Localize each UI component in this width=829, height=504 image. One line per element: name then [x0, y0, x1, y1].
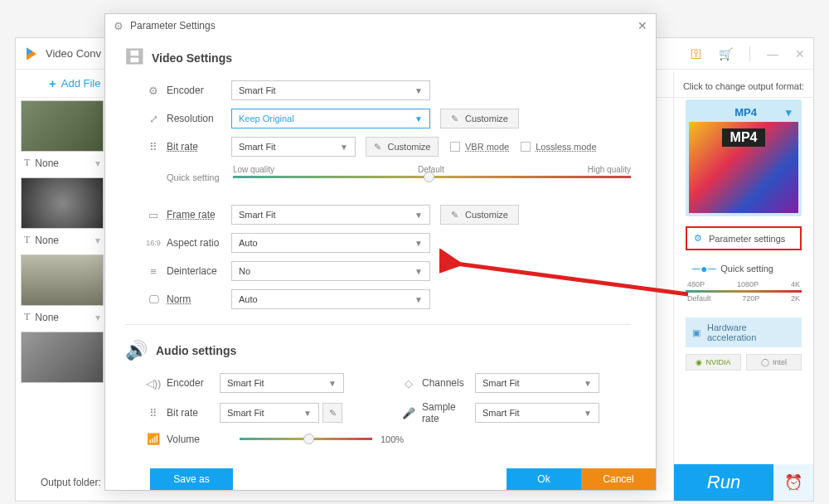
checkbox-icon [450, 142, 460, 152]
lossless-mode-checkbox[interactable]: Lossless mode [521, 142, 596, 152]
quick-setting-slider[interactable]: 480P1080P4K Default720P2K [686, 280, 802, 303]
customize-button[interactable]: ✎Customize [440, 109, 519, 128]
field-label: Bit rate [162, 407, 220, 419]
run-button[interactable]: Run [674, 464, 773, 501]
intel-badge[interactable]: ◯Intel [746, 354, 802, 371]
dialog-body: 🎞 Video Settings ⚙ Encoder Smart Fit▼ ⤢ … [105, 37, 656, 468]
dot-icon: ─●─ [692, 262, 715, 275]
quick-setting-row: Quick setting Low qualityDefaultHigh qua… [125, 165, 631, 190]
section-title: Video Settings [152, 51, 232, 65]
audio-bitrate-select[interactable]: Smart Fit▼ [220, 403, 319, 423]
format-selector[interactable]: MP4 ▾ MP4 [686, 99, 802, 216]
resolution-select[interactable]: Keep Original▼ [231, 109, 430, 128]
samplerate-select[interactable]: Smart Fit▼ [475, 403, 599, 423]
field-label: Volume [162, 434, 231, 445]
speaker-icon: 🔊 [125, 340, 148, 361]
audio-settings-section: 🔊 Audio settings ◁)) Encoder Smart Fit▼ … [125, 340, 631, 445]
cart-icon[interactable]: 🛒 [719, 47, 733, 61]
format-name: MP4 [734, 106, 757, 119]
alarm-button[interactable]: ⏰ [773, 464, 813, 501]
pencil-icon: ✎ [374, 142, 381, 153]
resolution-row: ⤢ Resolution Keep Original▼ ✎Customize [125, 109, 631, 128]
volume-slider[interactable] [240, 438, 372, 440]
expand-icon: ⤢ [145, 113, 162, 125]
vbr-mode-checkbox[interactable]: VBR mode [450, 142, 509, 152]
key-icon[interactable]: ⚿ [691, 47, 702, 61]
video-thumbnail[interactable] [21, 177, 104, 229]
customize-button[interactable]: ✎Customize [366, 137, 439, 157]
chevron-down-icon: ▼ [414, 211, 423, 220]
encoder-select[interactable]: Smart Fit▼ [231, 80, 430, 100]
ok-button[interactable]: Ok [507, 468, 581, 490]
format-image: MP4 [689, 122, 798, 213]
gear-icon: ⚙ [145, 85, 162, 97]
sliders-icon: ⚙ [694, 233, 702, 244]
slider-knob[interactable] [424, 172, 434, 182]
thumbnail-subtitle-row: TNone▾ [16, 230, 107, 253]
intel-icon: ◯ [761, 358, 769, 366]
parameter-settings-dialog: ⚙ Parameter Settings ✕ 🎞 Video Settings … [104, 13, 657, 491]
pencil-icon: ✎ [451, 210, 458, 220]
save-as-button[interactable]: Save as [150, 468, 233, 490]
chevron-down-icon[interactable]: ▾ [95, 158, 100, 169]
aspect-icon: 16:9 [145, 239, 162, 247]
video-thumbnail[interactable] [21, 254, 104, 306]
output-panel: Click to change output format: MP4 ▾ MP4… [673, 71, 813, 504]
hardware-acceleration-toggle[interactable]: ▣ Hardware acceleration [686, 317, 802, 347]
field-label: Norm [162, 293, 231, 305]
chevron-down-icon[interactable]: ▾ [95, 312, 100, 323]
framerate-select[interactable]: Smart Fit▼ [231, 205, 430, 225]
field-label: Channels [417, 377, 475, 389]
edit-button[interactable]: ✎ [322, 403, 342, 423]
bitrate-row: ⠿ Bit rate Smart Fit▼ ✎Customize VBR mod… [125, 137, 631, 157]
field-label: Aspect ratio [162, 237, 231, 249]
pencil-icon: ✎ [451, 114, 458, 124]
audio-bitrate-row: ⠿ Bit rate Smart Fit▼ ✎ [145, 401, 376, 424]
field-label: Bit rate [162, 141, 231, 153]
nvidia-badge[interactable]: ◉NVIDIA [686, 354, 741, 371]
close-icon[interactable]: ✕ [638, 19, 647, 32]
field-label: Encoder [162, 85, 231, 96]
gpu-row: ◉NVIDIA ◯Intel [686, 354, 802, 371]
framerate-row: ▭ Frame rate Smart Fit▼ ✎Customize [125, 205, 631, 225]
deinterlace-row: ≡ Deinterlace No▼ [125, 261, 631, 281]
customize-button[interactable]: ✎Customize [440, 205, 519, 225]
cancel-button[interactable]: Cancel [581, 468, 656, 490]
aspect-row: 16:9 Aspect ratio Auto▼ [125, 233, 631, 253]
chevron-down-icon: ▼ [414, 114, 423, 124]
dialog-title: Parameter Settings [130, 20, 216, 32]
chevron-down-icon: ▼ [340, 143, 348, 152]
parameter-settings-button[interactable]: ⚙ Parameter settings [686, 226, 802, 250]
minimize-icon[interactable]: — [767, 47, 778, 61]
mic-icon: 🎤 [400, 407, 417, 419]
video-thumbnail[interactable] [21, 332, 104, 383]
channels-select[interactable]: Smart Fit▼ [475, 373, 599, 393]
deinterlace-select[interactable]: No▼ [231, 261, 430, 281]
monitor-icon: 🖵 [145, 293, 162, 306]
close-icon[interactable]: ✕ [795, 47, 805, 61]
norm-select[interactable]: Auto▼ [231, 289, 430, 309]
field-label: Encoder [162, 377, 220, 389]
text-icon: T [24, 157, 30, 169]
chevron-down-icon[interactable]: ▾ [95, 235, 100, 246]
chip-icon: ▣ [692, 327, 701, 338]
text-icon: T [24, 311, 30, 323]
slider-knob[interactable] [303, 434, 314, 444]
checkbox-icon [521, 142, 531, 152]
thumbnail-strip: TNone▾ TNone▾ TNone▾ [16, 99, 107, 385]
aspect-select[interactable]: Auto▼ [231, 233, 430, 253]
bitrate-select[interactable]: Smart Fit▼ [231, 137, 356, 157]
encoder-row: ⚙ Encoder Smart Fit▼ [125, 80, 631, 100]
video-thumbnail[interactable] [21, 100, 104, 152]
plus-icon: + [49, 76, 56, 90]
audio-encoder-select[interactable]: Smart Fit▼ [220, 373, 344, 393]
pencil-icon: ✎ [329, 408, 337, 419]
frames-icon: ▭ [145, 209, 162, 221]
thumbnail-subtitle-row: TNone▾ [16, 153, 107, 176]
chevron-down-icon: ▼ [584, 409, 592, 418]
quality-slider[interactable]: Low qualityDefaultHigh quality [233, 165, 631, 190]
bars-icon: 📶 [145, 433, 162, 445]
volume-value: 100% [381, 434, 404, 444]
sliders-icon: ⚙ [114, 20, 124, 32]
separator [749, 46, 750, 61]
